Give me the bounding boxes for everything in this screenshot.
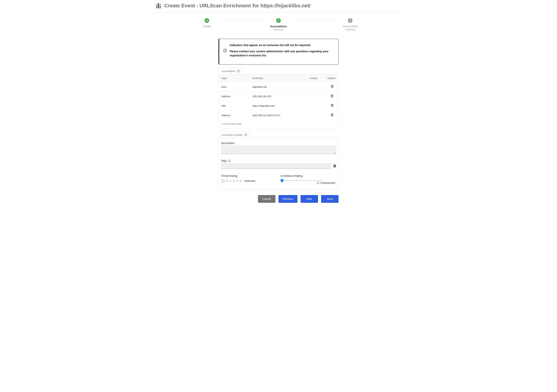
step-label: Associations: [270, 25, 287, 28]
svg-rect-2: [158, 3, 159, 8]
svg-point-15: [229, 160, 229, 160]
svg-point-6: [225, 49, 225, 50]
skull-icon[interactable]: [225, 179, 228, 182]
col-known: Known: [307, 74, 325, 82]
cell-type: URL: [219, 101, 250, 111]
add-tag-button[interactable]: [333, 164, 336, 168]
next-button[interactable]: Next: [301, 195, 318, 203]
svg-point-25: [237, 180, 237, 181]
info-icon[interactable]: [244, 133, 247, 136]
svg-point-19: [226, 180, 227, 181]
svg-point-23: [233, 180, 234, 181]
cell-known: [307, 92, 325, 101]
cell-known: [307, 101, 325, 111]
svg-rect-16: [229, 161, 229, 161]
association-details-panel: Description Tags: [219, 138, 338, 190]
cell-type: Address: [219, 111, 250, 120]
threat-rating-label: Threat Rating: [221, 174, 277, 177]
description-input[interactable]: [221, 146, 336, 154]
table-row: Address2a01:4f9:3a:13e0:0:0:0:2: [219, 111, 338, 120]
svg-point-28: [241, 180, 242, 181]
delete-button[interactable]: [331, 104, 334, 107]
svg-rect-13: [246, 135, 246, 136]
tab-label: Association Details: [221, 133, 243, 136]
step-attachments[interactable]: 3 Attachments (Optional): [336, 18, 364, 31]
svg-rect-0: [156, 5, 157, 8]
cancel-button[interactable]: Cancel: [258, 195, 275, 203]
svg-point-26: [238, 180, 238, 181]
trash-icon: [331, 85, 334, 88]
info-banner: Indicators that appear on an exclusion l…: [219, 39, 338, 65]
cell-type: Address: [219, 92, 250, 101]
cell-known: [307, 82, 325, 92]
trash-icon: [331, 113, 334, 117]
table-row: Hosthijacklibs.net: [219, 82, 338, 92]
threat-rating-control[interactable]: Unknown: [221, 179, 277, 183]
info-text-2: Please contact your system administrator…: [230, 49, 334, 58]
description-label: Description: [221, 142, 336, 145]
associations-table: Type Summary Known Actions Hosthijacklib…: [219, 74, 338, 120]
header-bar: Create Event - URLScan Enrichment for ht…: [153, 0, 404, 12]
info-text-1: Indicators that appear on an exclusion l…: [230, 43, 334, 48]
col-actions: Actions: [325, 74, 338, 82]
skull-icon[interactable]: [239, 179, 242, 182]
skull-icon[interactable]: [232, 179, 235, 182]
stepper: Details 2 Associations (Optional) 3 Atta…: [153, 12, 404, 33]
svg-point-27: [240, 180, 241, 181]
cell-summary: 185.199.108.153: [250, 92, 307, 101]
svg-point-24: [234, 180, 235, 181]
previous-button[interactable]: Previous: [278, 195, 297, 203]
delete-button[interactable]: [331, 113, 334, 117]
step-details[interactable]: Details: [193, 18, 221, 28]
associations-panel: Type Summary Known Actions Hosthijacklib…: [219, 74, 338, 128]
cell-summary: hijacklibs.net: [250, 82, 307, 92]
tags-input[interactable]: [221, 163, 331, 169]
trash-icon: [331, 104, 334, 107]
tab-label: Associations: [221, 70, 236, 73]
cell-summary: 2a01:4f9:3a:13e0:0:0:0:2: [250, 111, 307, 120]
svg-point-4: [160, 4, 161, 5]
save-button[interactable]: Save: [321, 195, 338, 203]
info-icon: [223, 49, 227, 52]
tab-association-details[interactable]: Association Details: [219, 132, 250, 138]
info-icon[interactable]: [237, 70, 240, 73]
step-label: Attachments: [343, 25, 358, 28]
col-type: Type: [219, 74, 250, 82]
tags-label: Tags: [221, 159, 227, 162]
svg-point-21: [229, 180, 230, 181]
confidence-rating-value: 0- Unassessed: [317, 181, 335, 184]
svg-point-22: [230, 180, 231, 181]
button-row: Cancel Previous Next Save: [219, 195, 338, 203]
confidence-rating-label: Confidence Rating: [280, 174, 336, 177]
trash-icon: [331, 94, 334, 98]
cell-summary: https://hijacklibs.net/: [250, 101, 307, 111]
col-summary: Summary: [250, 74, 307, 82]
delete-button[interactable]: [331, 85, 334, 88]
step-number: 2: [276, 18, 281, 23]
step-sublabel: (Optional): [273, 28, 284, 31]
step-associations[interactable]: 2 Associations (Optional): [265, 18, 292, 31]
step-label: Details: [203, 25, 211, 28]
pagination-text: 1-4 of 4 total results: [219, 120, 338, 128]
step-sublabel: (Optional): [345, 28, 355, 31]
threat-rating-value: Unknown: [244, 179, 255, 182]
svg-rect-10: [238, 71, 239, 72]
svg-point-9: [238, 71, 239, 71]
step-number: 3: [348, 18, 352, 23]
check-icon: [205, 18, 209, 23]
svg-point-12: [246, 134, 246, 135]
tab-associations[interactable]: Associations: [219, 68, 243, 74]
confidence-slider[interactable]: [280, 180, 323, 181]
cell-type: Host: [219, 82, 250, 92]
svg-rect-3: [160, 5, 161, 8]
unknown-icon[interactable]: [221, 179, 225, 183]
table-row: URLhttps://hijacklibs.net/: [219, 101, 338, 111]
delete-button[interactable]: [331, 94, 334, 98]
cell-known: [307, 111, 325, 120]
skull-icon[interactable]: [229, 179, 232, 182]
analysis-icon: [156, 3, 162, 8]
skull-icon[interactable]: [236, 179, 239, 182]
page-title: Create Event - URLScan Enrichment for ht…: [164, 3, 311, 9]
info-icon[interactable]: [228, 159, 231, 162]
table-row: Address185.199.108.153: [219, 92, 338, 101]
